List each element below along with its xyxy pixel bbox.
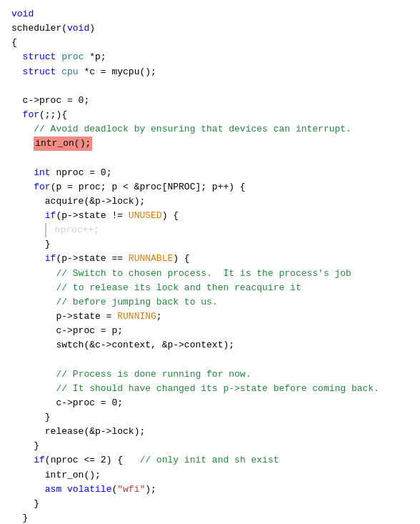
code-line: if(nproc <= 2) { // only init and sh exi… [11,453,409,468]
code-text [11,209,45,223]
constant: RUNNABLE [129,252,173,266]
code-text: } [11,439,39,453]
code-line: asm volatile("wfi"); [11,483,409,497]
code-text [11,367,56,382]
code-line: intr_on(); [11,468,409,483]
code-text [56,50,61,64]
code-line: c->proc = 0; [11,94,409,108]
code-text: swtch(&c->context, &p->context); [11,338,234,352]
code-text: *p; [84,50,106,64]
code-line: scheduler(void) [11,21,409,36]
code-container: void scheduler(void) { struct proc *p; s… [0,0,420,524]
code-text [11,382,56,396]
code-text: ) { [162,209,179,223]
code-text: ( [111,483,117,497]
comment: // Process is done running for now. [56,367,251,382]
code-text: } [11,511,28,524]
code-text [11,50,23,64]
code-text: c->proc = 0; [11,94,89,108]
code-line: struct cpu *c = mycpu(); [11,65,409,79]
code-text [11,281,56,295]
keyword: if [45,252,56,266]
code-text [11,223,45,237]
code-line: acquire(&p->lock); [11,194,409,209]
comment: // It should have changed its p->state b… [56,382,379,396]
code-line: } [11,511,409,524]
code-text [11,483,45,497]
code-text: c->proc = 0; [11,396,123,410]
code-text: ) [89,21,95,36]
code-text: { [11,36,17,50]
comment: // before jumping back to us. [56,295,217,310]
code-line: // Process is done running for now. [11,367,409,382]
code-line [11,79,409,94]
code-line: // Switch to chosen process. It is the p… [11,267,409,281]
code-line: } [11,237,409,252]
code-line: // It should have changed its p->state b… [11,382,409,396]
code-text: *c = mycpu(); [79,65,156,79]
constant: UNUSED [129,209,162,223]
code-text: } [11,237,51,252]
code-text: (p->state != [56,209,128,223]
code-text [11,137,34,151]
code-line: release(&p->lock); [11,425,409,439]
constant: RUNNING [117,310,156,324]
code-line: int nproc = 0; [11,166,409,180]
code-line: c->proc = 0; [11,396,409,410]
code-text [11,65,23,79]
code-line: void [11,7,409,21]
code-text: acquire(&p->lock); [11,194,145,209]
code-text: release(&p->lock); [11,425,145,439]
code-text: (p->state == [56,252,128,266]
code-line: } [11,439,409,453]
code-text [11,122,34,137]
highlighted-code: intr_on(); [34,137,92,151]
code-text [11,453,34,468]
code-line: for(;;){ [11,108,409,122]
code-text [11,267,56,281]
code-line: // Avoid deadlock by ensuring that devic… [11,122,409,137]
comment: // to release its lock and then reacquir… [56,281,301,295]
code-line [11,352,409,367]
code-text: scheduler( [11,21,67,36]
comment: // only init and sh exist [139,453,279,468]
code-text [11,252,45,266]
keyword: if [34,453,45,468]
code-text: } [11,410,51,425]
code-line: swtch(&c->context, &p->context); [11,338,409,352]
type: proc [61,50,84,64]
code-text: (p = proc; p < &proc[NPROC]; p++) { [51,180,246,194]
type: cpu [61,65,78,79]
code-line: if(p->state != UNUSED) { [11,209,409,223]
code-text [56,65,61,79]
code-text: nproc = 0; [51,166,112,180]
code-text: (;;){ [39,108,67,122]
code-text [11,180,34,194]
code-line: for(p = proc; p < &proc[NPROC]; p++) { [11,180,409,194]
keyword: void [11,7,34,21]
code-line: struct proc *p; [11,50,409,64]
code-line-highlight: intr_on(); [11,137,409,151]
code-line [11,151,409,165]
code-text: } [11,497,39,511]
code-text [11,166,34,180]
string: "wfi" [117,483,145,497]
code-line: nproc++; [11,223,409,237]
code-line: if(p->state == RUNNABLE) { [11,252,409,266]
code-line: // before jumping back to us. [11,295,409,310]
code-text [61,483,67,497]
keyword: asm [45,483,61,497]
comment: // Switch to chosen process. It is the p… [56,267,351,281]
comment: // Avoid deadlock by ensuring that devic… [34,122,351,137]
code-text: p->state = [11,310,117,324]
code-line: c->proc = p; [11,324,409,338]
bar-indicator: nproc++; [45,223,99,237]
keyword: struct [23,50,56,64]
keyword: for [34,180,50,194]
code-line: // to release its lock and then reacquir… [11,281,409,295]
code-text: ); [145,483,156,497]
code-text: c->proc = p; [11,324,123,338]
keyword: volatile [67,483,111,497]
keyword: void [67,21,89,36]
code-text [11,108,23,122]
